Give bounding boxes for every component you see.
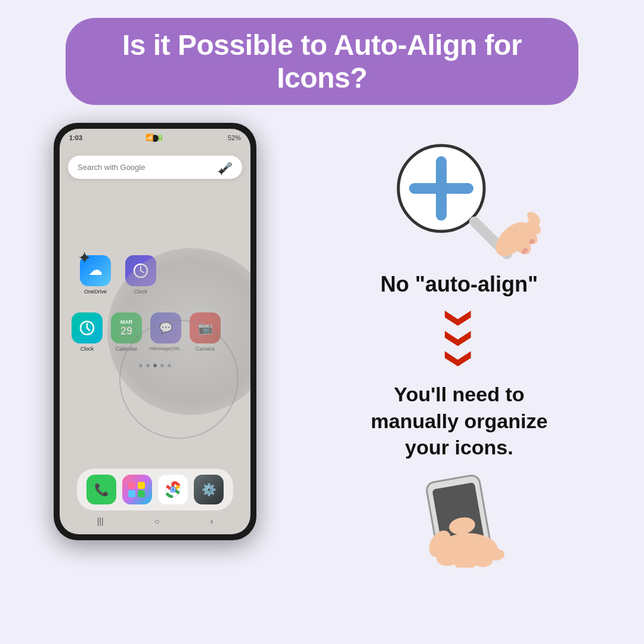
clock-bottom-icon (72, 312, 103, 343)
svg-point-30 (488, 549, 504, 561)
nav-home[interactable]: ○ (154, 516, 159, 526)
manual-organize-text: You'll need to manually organize your ic… (358, 381, 561, 460)
status-battery: 52% (228, 134, 241, 141)
bg-circle2 (119, 320, 239, 439)
no-auto-align-text: No "auto-align" (380, 272, 538, 297)
phone-hand-illustration (400, 472, 519, 568)
arrow-1: ❯ (448, 308, 470, 329)
sparkle-1: ✦ (216, 165, 227, 179)
search-text: Search with Google (78, 163, 145, 172)
dock-apps[interactable] (122, 475, 152, 504)
nav-recent[interactable]: ||| (97, 516, 104, 526)
svg-point-10 (172, 488, 175, 491)
svg-line-5 (87, 328, 89, 330)
page-title: Is it Possible to Auto-Align for Icons? (89, 29, 555, 94)
status-icons: 📶 🔋 (145, 134, 164, 141)
right-content: No "auto-align" ❯ ❯ ❯ You'll need to man… (292, 117, 626, 568)
title-banner: Is it Possible to Auto-Align for Icons? (66, 18, 578, 105)
main-content: 1:03 📶 🔋 52% ✦ ✦ Search with Google 🎤 (0, 117, 644, 568)
dock: 📞 (77, 469, 233, 510)
clock-bottom-label: Clock (80, 346, 94, 352)
arrow-2: ❯ (448, 329, 470, 349)
nav-back[interactable]: ‹ (210, 516, 213, 526)
phone-screen: 1:03 📶 🔋 52% ✦ ✦ Search with Google 🎤 (60, 129, 250, 534)
phone-hand-svg (400, 472, 519, 568)
magnifier-svg (370, 129, 549, 260)
onedrive-label: OneDrive (84, 289, 107, 295)
arrow-3: ❯ (448, 349, 470, 370)
magnifier-illustration (370, 129, 549, 260)
dock-chrome[interactable] (158, 475, 188, 504)
no-auto-align-label: No "auto-align" (380, 272, 538, 296)
phone-wrapper: 1:03 📶 🔋 52% ✦ ✦ Search with Google 🎤 (18, 117, 292, 540)
nav-bar: ||| ○ ‹ (60, 514, 250, 528)
arrows-container: ❯ ❯ ❯ (449, 309, 470, 369)
sparkle-2: ✦ (78, 248, 91, 268)
status-time: 1:03 (69, 134, 82, 141)
phone-device: 1:03 📶 🔋 52% ✦ ✦ Search with Google 🎤 (54, 123, 256, 540)
app-clock-bottom[interactable]: Clock (69, 312, 105, 352)
dock-settings[interactable]: ⚙️ (194, 475, 224, 504)
dock-phone[interactable]: 📞 (86, 475, 116, 504)
status-bar: 1:03 📶 🔋 52% (60, 129, 250, 144)
